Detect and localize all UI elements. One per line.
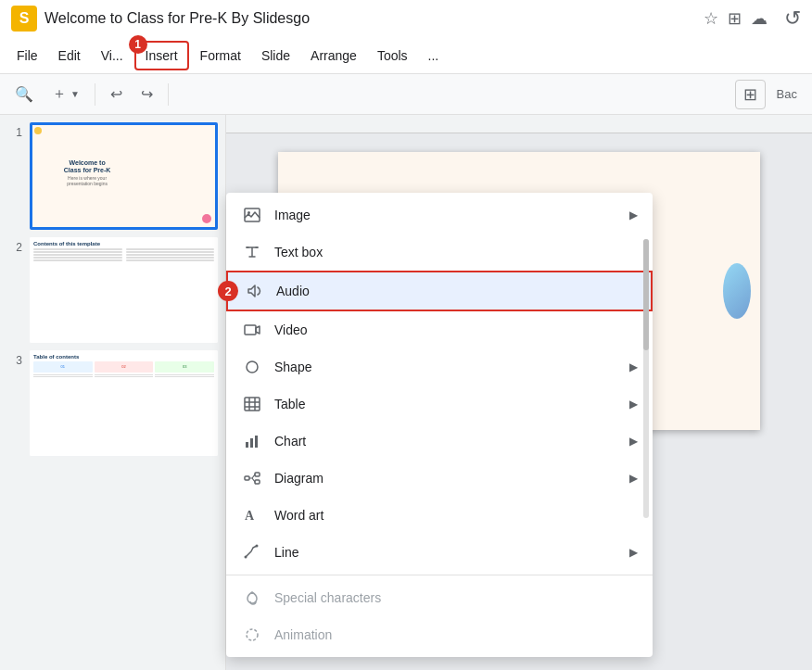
star-icon[interactable]: ☆ — [704, 8, 718, 29]
step-badge-2: 2 — [218, 281, 238, 301]
line-icon — [241, 541, 263, 563]
menu-option-chart[interactable]: Chart ▶ — [226, 423, 653, 460]
wordart-label: Word art — [274, 508, 638, 523]
zoom-button[interactable]: 🔍 — [7, 82, 41, 107]
svg-rect-10 — [255, 480, 260, 484]
menu-option-diagram[interactable]: Diagram ▶ — [226, 460, 653, 497]
menu-divider — [226, 575, 653, 575]
audio-label: Audio — [276, 284, 636, 298]
cloud-icon[interactable]: ☁ — [751, 8, 768, 29]
chart-arrow: ▶ — [629, 435, 638, 448]
undo-icon: ↩ — [110, 85, 122, 103]
image-label: Image — [274, 208, 629, 222]
menu-insert[interactable]: 1 Insert — [134, 41, 189, 70]
menu-option-audio[interactable]: 2 Audio — [226, 271, 653, 311]
undo-button[interactable]: ↩ — [103, 82, 130, 107]
menu-tools[interactable]: Tools — [368, 43, 417, 69]
zoom-icon: 🔍 — [15, 85, 33, 103]
diagram-arrow: ▶ — [629, 472, 638, 485]
table-icon — [241, 393, 263, 415]
shape-arrow: ▶ — [629, 360, 638, 373]
menu-format[interactable]: Format — [191, 43, 250, 69]
svg-point-3 — [247, 361, 258, 373]
svg-rect-7 — [255, 436, 258, 448]
menu-option-line[interactable]: Line ▶ — [226, 534, 653, 571]
app-logo: S — [11, 6, 37, 32]
svg-text:A: A — [245, 509, 255, 523]
menu-option-wordart[interactable]: A Word art — [226, 497, 653, 534]
title-icons: ☆ ⊞ ☁ ↺ — [704, 6, 801, 31]
svg-point-14 — [247, 629, 258, 640]
svg-rect-4 — [245, 398, 260, 411]
textbox-label: Text box — [274, 245, 638, 259]
chart-label: Chart — [274, 434, 629, 449]
special-chars-icon — [241, 587, 263, 609]
menu-slide[interactable]: Slide — [252, 43, 299, 69]
menu-option-video[interactable]: Video — [226, 311, 653, 348]
toolbar-separator-1 — [95, 83, 95, 106]
menu-arrange[interactable]: Arrange — [301, 43, 366, 69]
redo-icon: ↪ — [141, 85, 153, 103]
menu-option-image[interactable]: Image ▶ — [226, 196, 653, 234]
video-icon — [241, 319, 263, 341]
chart-icon — [241, 430, 263, 452]
background-button[interactable]: Bac — [769, 83, 805, 105]
animation-icon — [241, 624, 263, 646]
add-button[interactable]: ＋ ▼ — [44, 81, 87, 107]
svg-point-13 — [256, 545, 259, 548]
toolbar-separator-2 — [168, 83, 169, 106]
redo-button[interactable]: ↪ — [133, 82, 160, 107]
add-slide-button[interactable]: ⊞ — [735, 80, 766, 109]
menu-file[interactable]: File — [7, 43, 47, 69]
shape-icon — [241, 356, 263, 378]
audio-icon — [243, 280, 265, 302]
menu-option-shape[interactable]: Shape ▶ — [226, 348, 653, 386]
svg-rect-5 — [246, 442, 248, 448]
video-label: Video — [274, 322, 638, 337]
svg-rect-2 — [245, 325, 256, 335]
line-label: Line — [274, 545, 629, 560]
scroll-thumb — [643, 239, 649, 350]
add-chevron: ▼ — [70, 89, 80, 99]
title-bar: S Welcome to Class for Pre-K By Slidesgo… — [0, 0, 812, 37]
line-arrow: ▶ — [629, 546, 638, 559]
svg-point-1 — [247, 211, 250, 214]
history-icon[interactable]: ↺ — [784, 6, 801, 31]
image-arrow: ▶ — [629, 209, 638, 221]
step-badge-1: 1 — [129, 35, 147, 54]
svg-rect-9 — [255, 473, 260, 476]
main-layout: 1 Welcome toClass for Pre-K Here is wher… — [0, 115, 812, 670]
table-arrow: ▶ — [629, 398, 638, 411]
svg-rect-6 — [250, 438, 253, 448]
animation-label: Animation — [274, 627, 638, 642]
menu-option-animation: Animation — [226, 616, 653, 653]
shape-label: Shape — [274, 360, 629, 374]
diagram-label: Diagram — [274, 471, 629, 486]
menu-option-special-chars: Special characters — [226, 579, 653, 616]
menu-bar: File Edit Vi... 1 Insert Format Slide Ar… — [0, 37, 812, 74]
special-chars-label: Special characters — [274, 590, 638, 605]
wordart-icon: A — [241, 504, 263, 526]
table-label: Table — [274, 397, 629, 411]
menu-edit[interactable]: Edit — [49, 43, 90, 69]
svg-rect-8 — [245, 476, 249, 480]
scroll-indicator[interactable] — [643, 239, 649, 518]
folder-icon[interactable]: ⊞ — [728, 8, 742, 29]
menu-view[interactable]: Vi... — [92, 43, 133, 69]
svg-point-12 — [245, 556, 247, 559]
textbox-icon — [241, 241, 263, 263]
document-title: Welcome to Class for Pre-K By Slidesgo — [44, 10, 696, 27]
dropdown-overlay: Image ▶ Text box 2 Audio — [0, 115, 812, 670]
add-icon: ＋ — [52, 84, 67, 104]
insert-dropdown-menu: Image ▶ Text box 2 Audio — [226, 193, 653, 657]
toolbar: 🔍 ＋ ▼ ↩ ↪ ⊞ Bac — [0, 74, 812, 115]
diagram-icon — [241, 467, 263, 489]
image-icon — [241, 204, 263, 226]
menu-option-table[interactable]: Table ▶ — [226, 386, 653, 423]
menu-more[interactable]: ... — [419, 43, 449, 69]
menu-option-textbox[interactable]: Text box — [226, 234, 653, 271]
